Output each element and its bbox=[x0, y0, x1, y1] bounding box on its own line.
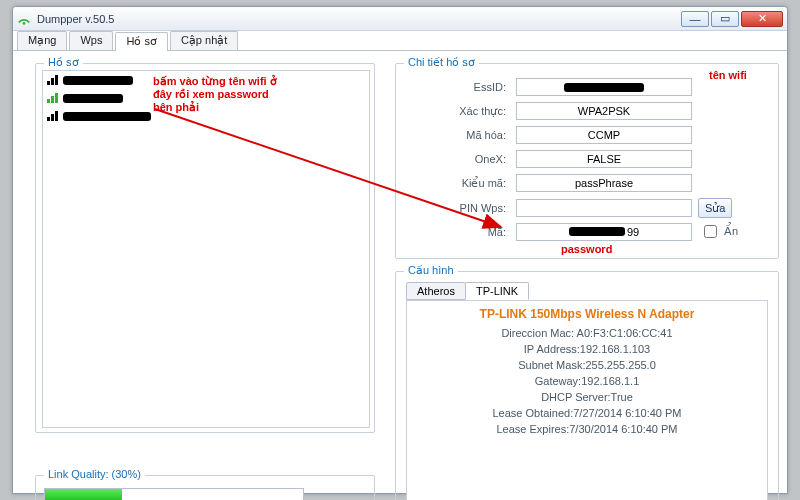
profile-row[interactable] bbox=[43, 107, 369, 125]
link-quality-bar bbox=[44, 488, 304, 500]
link-quality-legend: Link Quality: (30%) bbox=[44, 468, 145, 480]
password-field[interactable]: 99 bbox=[516, 223, 692, 241]
tab-mang[interactable]: Mạng bbox=[17, 31, 67, 50]
ip-line: IP Address:192.168.1.103 bbox=[407, 343, 767, 355]
window-body: Hồ sơ Link Quality: (30%) bbox=[13, 51, 787, 493]
pin-field[interactable] bbox=[516, 199, 692, 217]
app-icon bbox=[17, 12, 31, 26]
adapter-title: TP-LINK 150Mbps Wireless N Adapter bbox=[407, 307, 767, 321]
essid-field[interactable] bbox=[516, 78, 692, 96]
auth-label: Xác thực: bbox=[436, 105, 506, 118]
app-window: Dumpper v.50.5 — ▭ ✕ Mạng Wps Hồ sơ Cập … bbox=[12, 6, 788, 494]
keytype-field[interactable]: passPhrase bbox=[516, 174, 692, 192]
subnet-line: Subnet Mask:255.255.255.0 bbox=[407, 359, 767, 371]
keytype-label: Kiểu mã: bbox=[436, 177, 506, 190]
config-tabs: Atheros TP-LINK bbox=[406, 282, 528, 300]
tab-capnhat[interactable]: Cập nhật bbox=[170, 31, 238, 50]
lease-expires-line: Lease Expires:7/30/2014 6:10:40 PM bbox=[407, 423, 767, 435]
mac-line: Direccion Mac: A0:F3:C1:06:CC:41 bbox=[407, 327, 767, 339]
onex-label: OneX: bbox=[436, 153, 506, 165]
gateway-line: Gateway:192.168.1.1 bbox=[407, 375, 767, 387]
main-tabs: Mạng Wps Hồ sơ Cập nhật bbox=[13, 31, 787, 51]
profile-name-redacted bbox=[63, 94, 123, 103]
edit-pin-button[interactable]: Sửa bbox=[698, 198, 732, 218]
profile-name-redacted bbox=[63, 76, 133, 85]
maximize-button[interactable]: ▭ bbox=[711, 11, 739, 27]
essid-label: EssID: bbox=[436, 81, 506, 93]
details-legend: Chi tiết hồ sơ bbox=[404, 56, 479, 69]
minimize-button[interactable]: — bbox=[681, 11, 709, 27]
link-quality-group: Link Quality: (30%) bbox=[35, 475, 375, 500]
pw-label: Mã: bbox=[436, 226, 506, 238]
auth-field[interactable]: WPA2PSK bbox=[516, 102, 692, 120]
link-quality-fill bbox=[45, 489, 122, 500]
config-panel: TP-LINK 150Mbps Wireless N Adapter Direc… bbox=[406, 300, 768, 500]
close-button[interactable]: ✕ bbox=[741, 11, 783, 27]
profile-name-redacted bbox=[63, 112, 151, 121]
enc-label: Mã hóa: bbox=[436, 129, 506, 141]
signal-icon bbox=[47, 75, 59, 85]
hide-checkbox-input[interactable] bbox=[704, 225, 717, 238]
profile-row[interactable] bbox=[43, 71, 369, 89]
window-controls: — ▭ ✕ bbox=[681, 11, 783, 27]
pin-label: PIN Wps: bbox=[436, 202, 506, 214]
config-tab-tplink[interactable]: TP-LINK bbox=[465, 282, 529, 300]
config-group: Cấu hình Atheros TP-LINK TP-LINK 150Mbps… bbox=[395, 271, 779, 500]
essid-redacted bbox=[564, 83, 644, 92]
profiles-legend: Hồ sơ bbox=[44, 56, 83, 69]
lease-obtained-line: Lease Obtained:7/27/2014 6:10:40 PM bbox=[407, 407, 767, 419]
profile-row[interactable] bbox=[43, 89, 369, 107]
password-redacted bbox=[569, 227, 625, 236]
onex-field[interactable]: FALSE bbox=[516, 150, 692, 168]
signal-icon bbox=[47, 93, 59, 103]
dhcp-line: DHCP Server:True bbox=[407, 391, 767, 403]
profiles-list[interactable] bbox=[42, 70, 370, 428]
profiles-group: Hồ sơ bbox=[35, 63, 375, 433]
svg-point-0 bbox=[23, 22, 26, 25]
config-legend: Cấu hình bbox=[404, 264, 458, 277]
enc-field[interactable]: CCMP bbox=[516, 126, 692, 144]
titlebar: Dumpper v.50.5 — ▭ ✕ bbox=[13, 7, 787, 31]
tab-wps[interactable]: Wps bbox=[69, 31, 113, 50]
hide-checkbox[interactable]: Ẩn bbox=[700, 222, 738, 241]
window-title: Dumpper v.50.5 bbox=[37, 13, 114, 25]
password-suffix: 99 bbox=[627, 226, 639, 238]
config-tab-atheros[interactable]: Atheros bbox=[406, 282, 466, 300]
tab-hoso[interactable]: Hồ sơ bbox=[115, 32, 168, 51]
signal-icon bbox=[47, 111, 59, 121]
details-group: Chi tiết hồ sơ EssID: Xác thực: WPA2PSK … bbox=[395, 63, 779, 259]
hide-checkbox-label: Ẩn bbox=[724, 225, 738, 238]
